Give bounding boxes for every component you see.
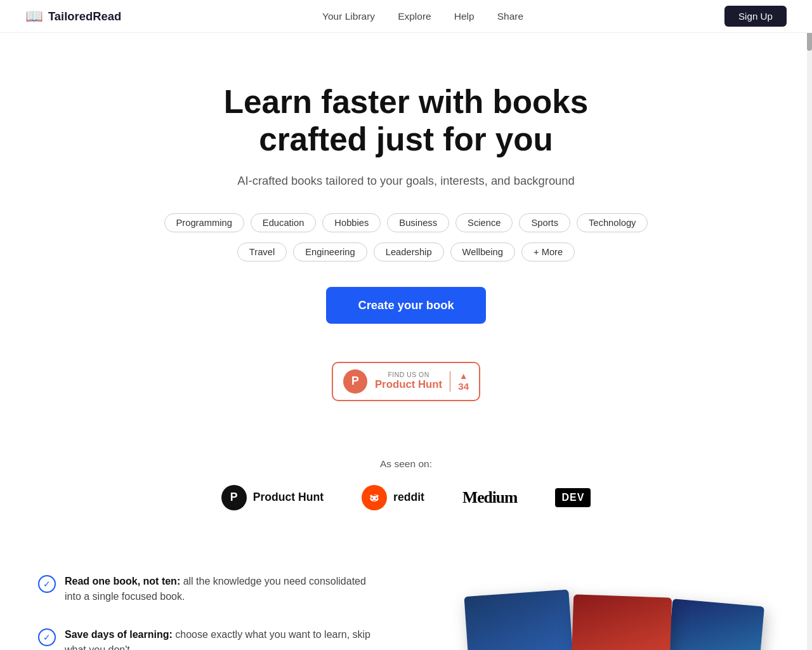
features-list: ✓ Read one book, not ten: all the knowle… (38, 574, 381, 650)
svg-point-3 (376, 498, 377, 500)
scrollbar[interactable] (807, 0, 812, 650)
logo[interactable]: 📖 TailoredRead (25, 8, 121, 25)
svg-point-5 (370, 494, 372, 496)
book-cover-1: 🐍 Python Data Mastery A Hands-On Guide t… (464, 589, 579, 650)
signup-button[interactable]: Sign Up (724, 6, 787, 27)
tag-more[interactable]: + More (521, 242, 575, 262)
medium-icon: Medium (462, 488, 517, 507)
nav-links: Your Library Explore Help Share (322, 11, 523, 22)
tag-hobbies[interactable]: Hobbies (322, 213, 381, 232)
tags-row1: Programming Education Hobbies Business S… (13, 213, 799, 232)
hero-section: Learn faster with books crafted just for… (0, 33, 812, 458)
ph-upvote-arrow: ▲ (459, 371, 468, 381)
logo-producthunt: P Product Hunt (221, 485, 324, 510)
create-book-button[interactable]: Create your book (326, 287, 485, 324)
tag-education[interactable]: Education (251, 213, 316, 232)
dev-icon: DEV (555, 488, 591, 507)
nav-your-library[interactable]: Your Library (322, 11, 375, 22)
book-covers: 🐍 Python Data Mastery A Hands-On Guide t… (419, 574, 774, 650)
logo-reddit: reddit (362, 485, 424, 510)
as-seen-label: As seen on: (0, 458, 812, 470)
tags-row2: Travel Engineering Leadership Wellbeing … (13, 242, 799, 262)
ph-upvote-section: ▲ 34 (450, 371, 469, 392)
producthunt-icon: P (221, 485, 247, 510)
tag-wellbeing[interactable]: Wellbeing (450, 242, 515, 262)
ph-name-text: Product Hunt (375, 378, 442, 391)
tag-business[interactable]: Business (387, 213, 449, 232)
svg-point-2 (371, 498, 373, 500)
hero-subheadline: AI-crafted books tailored to your goals,… (13, 174, 799, 188)
as-seen-logos: P Product Hunt reddit Medium DEV (0, 485, 812, 510)
ph-upvote-count: 34 (458, 381, 469, 392)
product-hunt-badge-wrap: P FIND US ON Product Hunt ▲ 34 (13, 362, 799, 401)
feature-item-1: ✓ Read one book, not ten: all the knowle… (38, 574, 381, 604)
check-icon-1: ✓ (38, 575, 56, 593)
tag-programming[interactable]: Programming (164, 213, 244, 232)
tag-engineering[interactable]: Engineering (293, 242, 367, 262)
tag-sports[interactable]: Sports (519, 213, 570, 232)
ph-find-text: FIND US ON (375, 371, 442, 378)
as-seen-section: As seen on: P Product Hunt reddit Medium… (0, 458, 812, 510)
tag-science[interactable]: Science (455, 213, 513, 232)
feature-text-1: Read one book, not ten: all the knowledg… (65, 574, 381, 604)
check-icon-2: ✓ (38, 628, 56, 646)
product-hunt-badge[interactable]: P FIND US ON Product Hunt ▲ 34 (332, 362, 480, 401)
tag-travel[interactable]: Travel (237, 242, 287, 262)
ph-logo-icon: P (343, 369, 367, 394)
nav-explore[interactable]: Explore (398, 11, 431, 22)
features-section: ✓ Read one book, not ten: all the knowle… (0, 548, 812, 650)
tag-leadership[interactable]: Leadership (374, 242, 444, 262)
producthunt-label: Product Hunt (253, 491, 324, 504)
tag-technology[interactable]: Technology (577, 213, 648, 232)
book-cover-2: ✏️ The Visionary Fine Arts Director Elev… (568, 594, 672, 650)
navbar: 📖 TailoredRead Your Library Explore Help… (0, 0, 812, 33)
ph-text: FIND US ON Product Hunt (375, 371, 442, 391)
book-cover-3: 🤖 AI-Powered Consulting TailoredRead AI (660, 599, 764, 650)
nav-share[interactable]: Share (497, 11, 523, 22)
nav-help[interactable]: Help (454, 11, 475, 22)
feature-text-2: Save days of learning: choose exactly wh… (65, 627, 381, 650)
hero-headline: Learn faster with books crafted just for… (184, 84, 628, 159)
logo-dev: DEV (555, 488, 591, 507)
feature-item-2: ✓ Save days of learning: choose exactly … (38, 627, 381, 650)
logo-medium: Medium (462, 488, 517, 507)
logo-text: TailoredRead (48, 10, 121, 23)
reddit-icon (362, 485, 387, 510)
reddit-label: reddit (393, 491, 424, 504)
logo-icon: 📖 (25, 8, 43, 25)
